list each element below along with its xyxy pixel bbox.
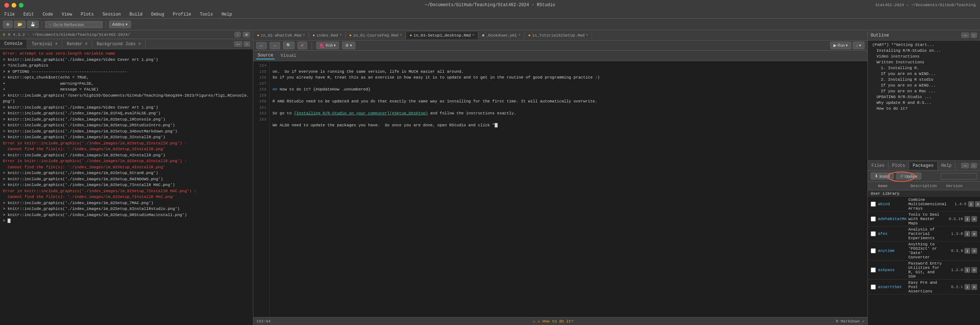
- pkg-checkbox-anytime[interactable]: [871, 248, 876, 253]
- tab-help[interactable]: Help: [938, 162, 956, 170]
- addins-button[interactable]: Addins ▾: [109, 21, 131, 28]
- console-minimize[interactable]: —: [234, 41, 242, 47]
- tab-bookdown[interactable]: ■ _bookdown.yml ×: [479, 32, 524, 39]
- editor-content[interactable]: 154 155 156 157 158 159 160 161 162 163 …: [253, 61, 867, 317]
- outline-item[interactable]: If you are on a WIND...: [868, 83, 980, 88]
- menu-edit[interactable]: Edit: [22, 11, 35, 18]
- pkg-name[interactable]: afex: [878, 232, 908, 236]
- outline-item[interactable]: Written Instructions: [868, 59, 980, 65]
- menu-help[interactable]: Help: [220, 11, 234, 18]
- update-button[interactable]: ↺ Update: [896, 173, 921, 180]
- tab-setup1-desktop[interactable]: ● in_03-Setup1_desktop.Rmd ×: [406, 32, 479, 39]
- packages-search-input[interactable]: [941, 173, 977, 180]
- menu-code[interactable]: Code: [41, 11, 55, 18]
- outline-item[interactable]: 1. Installing R.: [868, 65, 980, 71]
- window-controls[interactable]: [4, 3, 24, 8]
- outline-item[interactable]: (PART*) **Getting Start...: [868, 42, 980, 48]
- outline-item[interactable]: Video instructions: [868, 54, 980, 59]
- console-content[interactable]: Error: attempt to use zero-length variab…: [0, 49, 253, 325]
- outline-item[interactable]: How to do it?: [868, 106, 980, 112]
- source-down-button[interactable]: ↓ ▾: [853, 41, 865, 49]
- pkg-delete-button[interactable]: ✕: [971, 231, 977, 237]
- pkg-info-button[interactable]: ℹ: [964, 231, 970, 237]
- back-button[interactable]: ←: [256, 42, 267, 49]
- pkg-name[interactable]: abind: [878, 202, 908, 206]
- console-maximize[interactable]: □: [243, 41, 250, 47]
- search-button[interactable]: 🔍: [283, 41, 294, 49]
- pkg-info-button[interactable]: ℹ: [964, 248, 970, 254]
- pkg-name[interactable]: anytime: [878, 249, 908, 253]
- tab-console[interactable]: Console: [0, 40, 27, 48]
- spell-check[interactable]: ✓: [298, 41, 307, 49]
- tab-visual[interactable]: Visual: [279, 53, 298, 59]
- menu-build[interactable]: Build: [128, 11, 144, 18]
- menu-view[interactable]: View: [60, 11, 73, 18]
- pkg-delete-button[interactable]: ✕: [971, 267, 977, 273]
- outline-item[interactable]: 2. Installing R studio: [868, 77, 980, 83]
- goto-button[interactable]: → Go to file/function: [45, 21, 103, 28]
- pkg-name[interactable]: assertthat: [878, 285, 908, 289]
- menu-profile[interactable]: Profile: [172, 11, 192, 18]
- close-button[interactable]: [4, 3, 9, 8]
- save-button[interactable]: 💾: [27, 21, 39, 28]
- pkg-name[interactable]: askpass: [878, 268, 908, 272]
- outline-item[interactable]: UPDATING R/R-Studio ...: [868, 94, 980, 100]
- pkg-delete-button[interactable]: ✕: [971, 248, 977, 254]
- tab-plots[interactable]: Plots: [888, 162, 909, 170]
- outline-minimize[interactable]: —: [961, 33, 969, 38]
- menu-debug[interactable]: Debug: [150, 11, 166, 18]
- minimize-button[interactable]: [11, 3, 16, 8]
- knit-button[interactable]: 🧶 Knit ▾: [316, 41, 339, 49]
- menu-file[interactable]: File: [3, 11, 16, 18]
- pkg-delete-button[interactable]: ✕: [971, 216, 977, 222]
- run-button[interactable]: ▶ Run ▾: [830, 41, 851, 49]
- pkg-info-button[interactable]: ℹ: [968, 201, 974, 207]
- packages-minimize[interactable]: —: [961, 163, 969, 168]
- tab-index[interactable]: ● index.Rmd ×: [309, 32, 345, 39]
- pkg-info-button[interactable]: ℹ: [964, 267, 970, 273]
- tab-close[interactable]: ×: [339, 33, 342, 37]
- pkg-info-button[interactable]: ℹ: [964, 284, 970, 290]
- pkg-checkbox-adehabitatma[interactable]: [871, 217, 876, 221]
- packages-maximize[interactable]: □: [970, 163, 977, 168]
- tab-close[interactable]: ×: [400, 33, 402, 37]
- tab-in01-whatisr[interactable]: ● in_01-WhatIsR.Rmd ×: [253, 32, 309, 39]
- tab-close[interactable]: ×: [518, 33, 520, 37]
- outline-item[interactable]: Installing R/R-Studio on...: [868, 48, 980, 54]
- open-file-button[interactable]: 📂: [14, 21, 26, 28]
- outline-item[interactable]: If you are on a Mac ...: [868, 88, 980, 94]
- tab-close[interactable]: ×: [303, 33, 305, 37]
- code-content[interactable]: on. So if everyone is running the same v…: [270, 61, 867, 317]
- console-scroll-top[interactable]: ↑: [234, 32, 241, 37]
- outline-item[interactable]: If you are on a WIND...: [868, 71, 980, 77]
- settings-button[interactable]: ⚙ ▾: [342, 41, 355, 49]
- tab-close[interactable]: ×: [586, 33, 588, 37]
- menu-session[interactable]: Session: [101, 11, 122, 18]
- tab-render[interactable]: Render ×: [62, 40, 92, 48]
- pkg-checkbox-assertthat[interactable]: [871, 284, 876, 290]
- maximize-button[interactable]: [19, 3, 24, 8]
- console-clear[interactable]: ⊗: [243, 32, 250, 37]
- tab-terminal[interactable]: Terminal ×: [27, 40, 62, 48]
- tab-close[interactable]: ×: [472, 33, 474, 37]
- tab-coursefaq[interactable]: ● in_01-CourseFAQ.Rmd ×: [345, 32, 406, 39]
- pkg-delete-button[interactable]: ✕: [975, 201, 980, 207]
- forward-button[interactable]: →: [270, 42, 280, 49]
- pkg-delete-button[interactable]: ✕: [971, 284, 977, 290]
- install-button[interactable]: ⬇ Install: [871, 173, 894, 180]
- pkg-checkbox-abind[interactable]: [871, 202, 876, 207]
- tab-source[interactable]: Source: [256, 52, 275, 59]
- pkg-checkbox-afex[interactable]: [871, 231, 876, 236]
- menu-tools[interactable]: Tools: [198, 11, 214, 18]
- pkg-name[interactable]: adehabitatMA: [878, 217, 908, 221]
- pkg-info-button[interactable]: ℹ: [964, 216, 970, 222]
- tab-files[interactable]: Files: [868, 162, 888, 170]
- new-file-button[interactable]: ⊕: [3, 21, 13, 28]
- tab-background-jobs[interactable]: Background Jobs ×: [92, 40, 145, 48]
- menu-plots[interactable]: Plots: [79, 11, 95, 18]
- pkg-checkbox-askpass[interactable]: [871, 268, 876, 272]
- tab-packages[interactable]: Packages: [909, 162, 938, 170]
- tab-tutorial02[interactable]: ● in_Tutorial02SetUp.Rmd ×: [524, 32, 592, 39]
- outline-item[interactable]: Why update R and R-S...: [868, 100, 980, 106]
- outline-maximize[interactable]: □: [970, 33, 977, 38]
